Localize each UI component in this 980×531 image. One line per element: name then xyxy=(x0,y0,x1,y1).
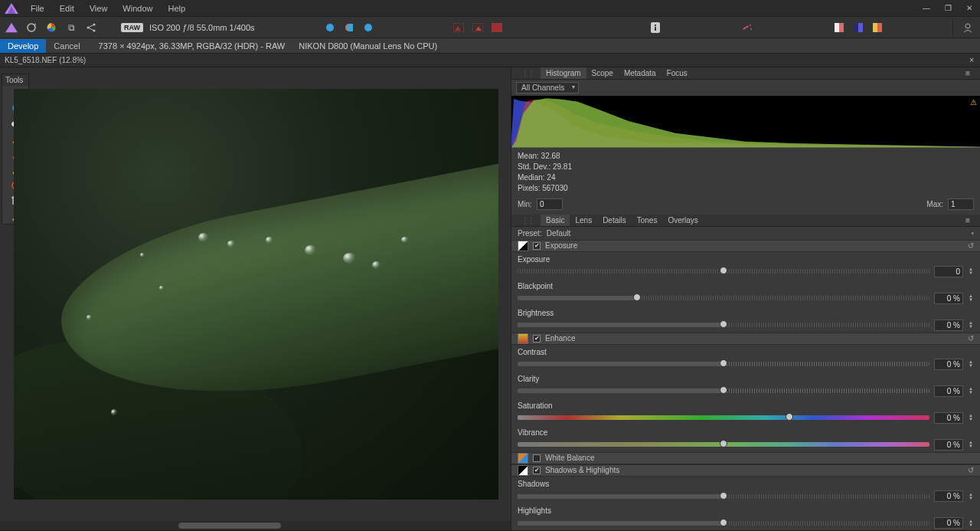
clip-highlights-icon[interactable] xyxy=(469,19,486,36)
color-wheel-icon[interactable] xyxy=(43,19,60,36)
develop-button[interactable]: Develop xyxy=(0,39,46,53)
section-shadows-highlights[interactable]: Shadows & Highlights ↺ xyxy=(511,464,980,477)
blackpoint-value[interactable]: 0 % xyxy=(934,293,963,304)
clarity-stepper[interactable]: ▲▼ xyxy=(968,387,974,395)
enhance-reset-icon[interactable]: ↺ xyxy=(968,334,974,343)
menu-window[interactable]: Window xyxy=(115,4,160,13)
tab-lens[interactable]: Lens xyxy=(570,215,597,226)
svg-rect-12 xyxy=(349,24,353,31)
window-restore-icon[interactable]: ❐ xyxy=(937,4,959,12)
max-input[interactable]: 1 xyxy=(948,198,974,210)
auto-enhance-icon[interactable] xyxy=(739,19,756,36)
blackpoint-stepper[interactable]: ▲▼ xyxy=(968,294,974,302)
compare-icon[interactable]: ⧉ xyxy=(63,19,80,36)
vibrance-stepper[interactable]: ▲▼ xyxy=(968,441,974,448)
svg-point-3 xyxy=(28,24,35,31)
clip-shadows-icon[interactable] xyxy=(450,19,467,36)
exposure-enable-checkbox[interactable] xyxy=(533,242,541,250)
menu-file[interactable]: File xyxy=(23,4,52,13)
swatch-b-icon[interactable] xyxy=(850,19,867,36)
camera-info: NIKON D800 (Manual Lens No CPU) xyxy=(299,41,437,51)
preset-value[interactable]: Default xyxy=(547,229,571,238)
swatch-a-icon[interactable] xyxy=(831,19,848,36)
share-icon[interactable] xyxy=(83,19,100,36)
histogram-display: ⚠ xyxy=(511,96,980,148)
vibrance-slider[interactable] xyxy=(518,442,929,447)
exposure-slider[interactable] xyxy=(518,269,929,274)
tab-histogram[interactable]: Histogram xyxy=(541,67,586,79)
highlights-stepper[interactable]: ▲▼ xyxy=(968,520,974,527)
info-toggle-icon[interactable] xyxy=(647,19,664,36)
exposure-value[interactable]: 0 xyxy=(934,266,963,277)
shadows-highlights-reset-icon[interactable]: ↺ xyxy=(968,466,974,474)
panel-menu-icon[interactable]: ≡ xyxy=(960,215,975,226)
menu-help[interactable]: Help xyxy=(160,4,193,13)
vibrance-value[interactable]: 0 % xyxy=(934,439,963,451)
menu-view[interactable]: View xyxy=(82,4,116,13)
exposure-reset-icon[interactable]: ↺ xyxy=(968,241,974,250)
contrast-slider[interactable] xyxy=(518,362,929,366)
saturation-value[interactable]: 0 % xyxy=(934,412,963,424)
preset-menu-icon[interactable]: • xyxy=(971,229,974,238)
tab-overlays[interactable]: Overlays xyxy=(662,215,703,226)
min-input[interactable]: 0 xyxy=(537,198,563,210)
tab-focus[interactable]: Focus xyxy=(662,67,693,79)
brightness-value[interactable]: 0 % xyxy=(934,320,963,331)
brightness-stepper[interactable]: ▲▼ xyxy=(968,321,974,329)
highlights-value[interactable]: 0 % xyxy=(934,517,963,529)
document-tab[interactable]: KL5_6518.NEF (12.8%) xyxy=(5,56,86,64)
clarity-value[interactable]: 0 % xyxy=(934,385,963,397)
contrast-slider-label: Contrast xyxy=(518,348,974,356)
tools-title: Tools xyxy=(2,74,28,86)
shadows-stepper[interactable]: ▲▼ xyxy=(968,493,974,500)
window-close-icon[interactable]: ✕ xyxy=(959,4,980,12)
refresh-icon[interactable] xyxy=(23,19,40,36)
mirror-view-icon[interactable] xyxy=(360,19,377,36)
svg-line-8 xyxy=(88,25,94,28)
shadows-value[interactable]: 0 % xyxy=(934,490,963,502)
window-minimize-icon[interactable]: — xyxy=(916,4,937,12)
clip-tones-icon[interactable] xyxy=(488,19,505,36)
panel-grip-icon[interactable]: ⋮⋮ xyxy=(516,215,539,226)
shadows-slider[interactable] xyxy=(518,494,929,499)
cancel-button[interactable]: Cancel xyxy=(46,39,87,53)
panel-grip-icon[interactable]: ⋮⋮ xyxy=(516,67,539,79)
highlights-slider[interactable] xyxy=(518,521,929,526)
contrast-value[interactable]: 0 % xyxy=(934,359,963,370)
svg-rect-20 xyxy=(655,27,656,31)
persona-icon[interactable] xyxy=(3,19,20,36)
saturation-stepper[interactable]: ▲▼ xyxy=(968,414,974,421)
tab-basic[interactable]: Basic xyxy=(541,215,570,226)
horizontal-scrollbar[interactable] xyxy=(0,521,511,530)
clarity-slider[interactable] xyxy=(518,388,929,393)
swatch-c-icon[interactable] xyxy=(869,19,886,36)
split-view-icon[interactable] xyxy=(341,19,358,36)
image-canvas[interactable] xyxy=(14,89,498,500)
exposure-slider-label: Exposure xyxy=(518,255,974,264)
shadows-highlights-enable-checkbox[interactable] xyxy=(533,467,541,474)
section-enhance[interactable]: Enhance ↺ xyxy=(511,333,980,345)
white-balance-enable-checkbox[interactable] xyxy=(533,454,541,462)
panel-menu-icon[interactable]: ≡ xyxy=(960,67,975,79)
contrast-stepper[interactable]: ▲▼ xyxy=(968,360,974,368)
section-exposure[interactable]: Exposure ↺ xyxy=(511,240,980,252)
shadows-highlights-section-icon xyxy=(518,465,528,476)
channels-dropdown[interactable]: All Channels xyxy=(516,82,579,93)
tab-scope[interactable]: Scope xyxy=(586,67,619,79)
section-white-balance[interactable]: White Balance xyxy=(511,452,980,464)
app-logo-icon xyxy=(5,3,18,14)
tab-metadata[interactable]: Metadata xyxy=(619,67,662,79)
tab-tones[interactable]: Tones xyxy=(632,215,663,226)
account-icon[interactable] xyxy=(952,19,975,36)
saturation-slider[interactable] xyxy=(518,415,929,420)
svg-marker-2 xyxy=(5,22,18,31)
svg-point-23 xyxy=(750,28,752,30)
menu-edit[interactable]: Edit xyxy=(52,4,82,13)
enhance-enable-checkbox[interactable] xyxy=(533,335,541,343)
tab-details[interactable]: Details xyxy=(597,215,632,226)
close-tab-icon[interactable]: × xyxy=(969,56,974,64)
blackpoint-slider[interactable] xyxy=(518,296,929,300)
single-view-icon[interactable] xyxy=(322,19,338,36)
brightness-slider[interactable] xyxy=(518,323,929,327)
exposure-stepper[interactable]: ▲▼ xyxy=(968,267,974,275)
